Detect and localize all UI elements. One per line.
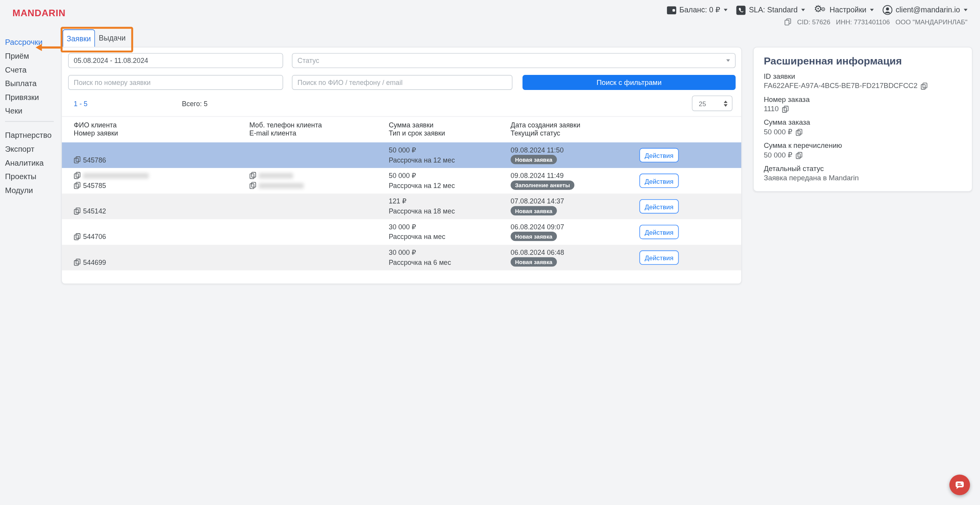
caret-down-icon [870, 9, 874, 11]
wallet-icon [667, 6, 676, 14]
tab-issuances[interactable]: Выдачи [95, 29, 129, 47]
table-header: ФИО клиента Номер заявки Моб. телефон кл… [62, 116, 741, 144]
sidebar-item-invoices[interactable]: Счета [5, 66, 61, 74]
copy-icon[interactable] [74, 156, 81, 163]
sidebar-item-acceptance[interactable]: Приём [5, 53, 61, 61]
topbar: Баланс: 0 ₽ SLA: Standard ⚙⚙ Настройки c… [667, 5, 968, 25]
field-value: Заявка передана в Mandarin [764, 174, 859, 182]
copy-icon[interactable] [249, 182, 256, 189]
app-root: MANDARIN Баланс: 0 ₽ SLA: Standard ⚙⚙ На… [0, 0, 980, 505]
column-header: Тип и срок заявки [389, 129, 445, 137]
application-date: 09.08.2024 11:49 [510, 172, 563, 179]
chat-fab-button[interactable] [949, 474, 970, 495]
copy-icon[interactable] [74, 172, 81, 179]
column-header: ФИО клиента [74, 121, 118, 129]
status-select[interactable]: Статус [292, 53, 735, 68]
application-number: 545786 [83, 156, 106, 163]
details-panel: Расширенная информация ID заявки FA622AF… [753, 47, 973, 191]
user-dropdown[interactable]: client@mandarin.io [883, 5, 968, 15]
actions-button[interactable]: Действия [640, 148, 679, 162]
column-header: Сумма заявки [389, 121, 445, 129]
copy-icon[interactable] [249, 172, 256, 179]
settings-dropdown[interactable]: ⚙⚙ Настройки [814, 5, 874, 15]
column-header: Дата создания заявки [510, 121, 580, 129]
copy-icon[interactable] [795, 128, 802, 136]
applications-card: Статус Поиск с фильтрами 1 - 5 Всего: 5 … [61, 47, 742, 284]
field-value: 50 000 ₽ [764, 128, 792, 136]
company-name: ООО "МАНДАРИНЛАБ" [895, 18, 967, 25]
column-header: Номер заявки [74, 129, 118, 137]
table-row[interactable]: 544699 30 000 ₽ Рассрочка на 6 мес 06.08… [62, 245, 741, 270]
copy-icon[interactable] [74, 233, 81, 240]
sidebar-item-export[interactable]: Экспорт [5, 146, 61, 154]
details-panel-title: Расширенная информация [764, 55, 962, 67]
balance-dropdown[interactable]: Баланс: 0 ₽ [667, 6, 728, 15]
sidebar-item-payout[interactable]: Выплата [5, 80, 61, 88]
sidebar-item-modules[interactable]: Модули [5, 187, 61, 195]
sidebar-item-projects[interactable]: Проекты [5, 173, 61, 181]
chat-bubble-icon [954, 480, 965, 490]
pagination-total: Всего: 5 [182, 100, 208, 107]
application-term: Рассрочка на 18 мес [389, 207, 455, 215]
caret-down-icon [724, 9, 728, 11]
copy-icon[interactable] [785, 18, 792, 25]
copy-icon[interactable] [920, 82, 927, 90]
sidebar: Рассрочки Приём Счета Выплата Привязки Ч… [5, 39, 61, 200]
copy-icon[interactable] [74, 207, 81, 215]
search-fio-input[interactable] [292, 75, 512, 90]
actions-button[interactable]: Действия [640, 225, 679, 239]
application-term: Рассрочка на 6 мес [389, 259, 451, 266]
sidebar-item-receipts[interactable]: Чеки [5, 107, 61, 115]
actions-button[interactable]: Действия [640, 251, 679, 265]
application-date: 06.08.2024 06:48 [510, 249, 564, 256]
application-number: 544706 [83, 233, 106, 240]
date-range-input[interactable] [68, 53, 283, 68]
sla-label: SLA: Standard [749, 6, 798, 15]
field-value: 50 000 ₽ [764, 151, 792, 159]
search-with-filters-button[interactable]: Поиск с фильтрами [522, 75, 736, 90]
application-number: 545142 [83, 207, 106, 215]
actions-button[interactable]: Действия [640, 174, 679, 188]
account-meta: CID: 57626 ИНН: 7731401106 ООО "МАНДАРИН… [785, 18, 968, 25]
sidebar-divider [5, 121, 54, 122]
settings-label: Настройки [830, 6, 866, 15]
copy-icon[interactable] [74, 182, 81, 189]
copy-icon[interactable] [782, 105, 789, 113]
sidebar-item-analytics[interactable]: Аналитика [5, 159, 61, 167]
inn-value: ИНН: 7731401106 [836, 18, 890, 25]
application-number: 544699 [83, 259, 106, 266]
application-amount: 30 000 ₽ [389, 223, 416, 231]
sidebar-item-bindings[interactable]: Привязки [5, 94, 61, 102]
caret-down-icon [964, 9, 968, 11]
redacted-client-email [259, 183, 304, 188]
table-row[interactable]: 545786 50 000 ₽ Рассрочка на 12 мес 09.0… [62, 142, 741, 168]
sidebar-item-partnership[interactable]: Партнерство [5, 132, 61, 140]
application-date: 07.08.2024 14:37 [510, 197, 564, 205]
actions-button[interactable]: Действия [640, 199, 679, 214]
copy-icon[interactable] [74, 259, 81, 266]
application-amount: 50 000 ₽ [389, 146, 416, 154]
redacted-client-name [83, 173, 149, 178]
search-number-input[interactable] [68, 75, 283, 90]
brand-logo: MANDARIN [12, 7, 65, 18]
field-value: FA622AFE-A97A-4BC5-BE7B-FD217BDCFCC2 [764, 82, 917, 90]
table-row[interactable]: 545142 121 ₽ Рассрочка на 18 мес 07.08.2… [62, 193, 741, 219]
copy-icon[interactable] [795, 151, 802, 159]
caret-down-icon [726, 59, 730, 62]
tab-applications[interactable]: Заявки [63, 29, 95, 47]
application-amount: 121 ₽ [389, 197, 407, 205]
column-header: Моб. телефон клиента [249, 121, 322, 129]
application-number: 545785 [83, 182, 106, 189]
pagination-range[interactable]: 1 - 5 [74, 100, 88, 107]
balance-label: Баланс: 0 ₽ [679, 6, 720, 15]
table-row[interactable]: 545785 50 000 ₽ Рассрочка на 12 мес 09.0… [62, 168, 741, 193]
table-row[interactable]: 544706 30 000 ₽ Рассрочка на мес 06.08.2… [62, 219, 741, 245]
sidebar-item-installments[interactable]: Рассрочки [5, 39, 61, 47]
field-label: ID заявки [764, 73, 962, 81]
field-label: Сумма к перечислению [764, 142, 962, 150]
sla-dropdown[interactable]: SLA: Standard [737, 5, 805, 15]
caret-down-icon [801, 9, 805, 11]
application-amount: 50 000 ₽ [389, 172, 416, 180]
page-size-select[interactable]: 25 [692, 95, 732, 111]
status-badge: Заполнение анкеты [510, 180, 574, 190]
